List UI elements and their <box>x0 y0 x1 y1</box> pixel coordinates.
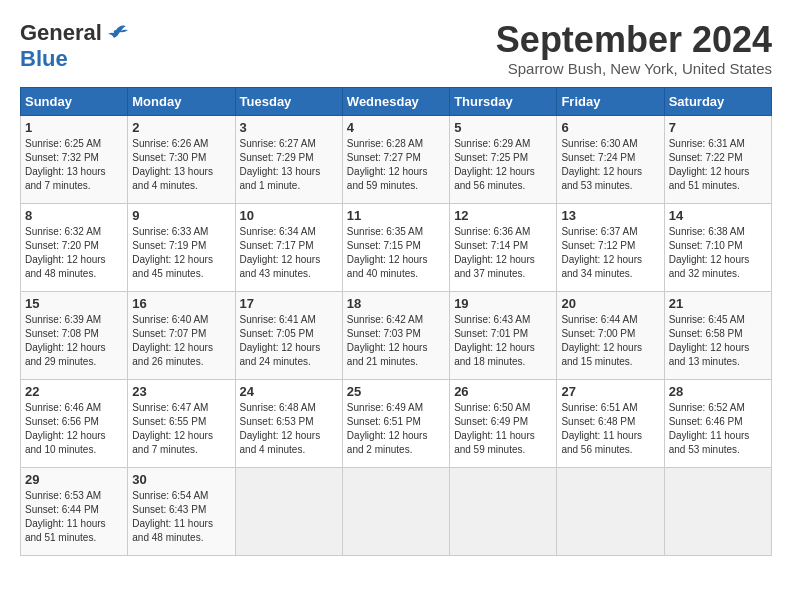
calendar-cell: 10 Sunrise: 6:34 AMSunset: 7:17 PMDaylig… <box>235 203 342 291</box>
day-info: Sunrise: 6:48 AMSunset: 6:53 PMDaylight:… <box>240 402 321 455</box>
day-info: Sunrise: 6:41 AMSunset: 7:05 PMDaylight:… <box>240 314 321 367</box>
col-saturday: Saturday <box>664 87 771 115</box>
logo-bird-icon <box>106 24 128 42</box>
day-number: 6 <box>561 120 659 135</box>
calendar-cell: 7 Sunrise: 6:31 AMSunset: 7:22 PMDayligh… <box>664 115 771 203</box>
day-number: 9 <box>132 208 230 223</box>
page-header: General Blue September 2024 Sparrow Bush… <box>20 20 772 77</box>
calendar-cell <box>664 467 771 555</box>
calendar-cell: 16 Sunrise: 6:40 AMSunset: 7:07 PMDaylig… <box>128 291 235 379</box>
day-number: 1 <box>25 120 123 135</box>
day-info: Sunrise: 6:51 AMSunset: 6:48 PMDaylight:… <box>561 402 642 455</box>
calendar-cell: 14 Sunrise: 6:38 AMSunset: 7:10 PMDaylig… <box>664 203 771 291</box>
day-number: 3 <box>240 120 338 135</box>
day-info: Sunrise: 6:38 AMSunset: 7:10 PMDaylight:… <box>669 226 750 279</box>
day-info: Sunrise: 6:37 AMSunset: 7:12 PMDaylight:… <box>561 226 642 279</box>
day-number: 7 <box>669 120 767 135</box>
day-number: 2 <box>132 120 230 135</box>
col-sunday: Sunday <box>21 87 128 115</box>
calendar-cell: 22 Sunrise: 6:46 AMSunset: 6:56 PMDaylig… <box>21 379 128 467</box>
day-info: Sunrise: 6:44 AMSunset: 7:00 PMDaylight:… <box>561 314 642 367</box>
day-info: Sunrise: 6:32 AMSunset: 7:20 PMDaylight:… <box>25 226 106 279</box>
calendar-week-row: 29 Sunrise: 6:53 AMSunset: 6:44 PMDaylig… <box>21 467 772 555</box>
location-subtitle: Sparrow Bush, New York, United States <box>496 60 772 77</box>
day-number: 27 <box>561 384 659 399</box>
calendar-cell: 13 Sunrise: 6:37 AMSunset: 7:12 PMDaylig… <box>557 203 664 291</box>
calendar-cell: 24 Sunrise: 6:48 AMSunset: 6:53 PMDaylig… <box>235 379 342 467</box>
day-number: 25 <box>347 384 445 399</box>
day-info: Sunrise: 6:34 AMSunset: 7:17 PMDaylight:… <box>240 226 321 279</box>
day-number: 5 <box>454 120 552 135</box>
day-info: Sunrise: 6:29 AMSunset: 7:25 PMDaylight:… <box>454 138 535 191</box>
day-number: 28 <box>669 384 767 399</box>
calendar-cell: 4 Sunrise: 6:28 AMSunset: 7:27 PMDayligh… <box>342 115 449 203</box>
day-info: Sunrise: 6:26 AMSunset: 7:30 PMDaylight:… <box>132 138 213 191</box>
calendar-cell: 27 Sunrise: 6:51 AMSunset: 6:48 PMDaylig… <box>557 379 664 467</box>
calendar-cell: 26 Sunrise: 6:50 AMSunset: 6:49 PMDaylig… <box>450 379 557 467</box>
calendar-cell: 29 Sunrise: 6:53 AMSunset: 6:44 PMDaylig… <box>21 467 128 555</box>
logo-text-blue: Blue <box>20 46 68 71</box>
month-title: September 2024 <box>496 20 772 60</box>
calendar-cell: 25 Sunrise: 6:49 AMSunset: 6:51 PMDaylig… <box>342 379 449 467</box>
calendar-cell: 21 Sunrise: 6:45 AMSunset: 6:58 PMDaylig… <box>664 291 771 379</box>
calendar-cell <box>342 467 449 555</box>
day-info: Sunrise: 6:31 AMSunset: 7:22 PMDaylight:… <box>669 138 750 191</box>
day-number: 30 <box>132 472 230 487</box>
day-info: Sunrise: 6:42 AMSunset: 7:03 PMDaylight:… <box>347 314 428 367</box>
day-number: 26 <box>454 384 552 399</box>
day-info: Sunrise: 6:36 AMSunset: 7:14 PMDaylight:… <box>454 226 535 279</box>
day-info: Sunrise: 6:28 AMSunset: 7:27 PMDaylight:… <box>347 138 428 191</box>
day-number: 16 <box>132 296 230 311</box>
day-number: 21 <box>669 296 767 311</box>
day-number: 23 <box>132 384 230 399</box>
day-number: 11 <box>347 208 445 223</box>
day-number: 29 <box>25 472 123 487</box>
day-number: 17 <box>240 296 338 311</box>
day-info: Sunrise: 6:53 AMSunset: 6:44 PMDaylight:… <box>25 490 106 543</box>
day-number: 12 <box>454 208 552 223</box>
calendar-cell: 15 Sunrise: 6:39 AMSunset: 7:08 PMDaylig… <box>21 291 128 379</box>
day-info: Sunrise: 6:40 AMSunset: 7:07 PMDaylight:… <box>132 314 213 367</box>
logo: General Blue <box>20 20 128 72</box>
calendar-week-row: 8 Sunrise: 6:32 AMSunset: 7:20 PMDayligh… <box>21 203 772 291</box>
col-monday: Monday <box>128 87 235 115</box>
calendar-week-row: 15 Sunrise: 6:39 AMSunset: 7:08 PMDaylig… <box>21 291 772 379</box>
day-info: Sunrise: 6:52 AMSunset: 6:46 PMDaylight:… <box>669 402 750 455</box>
calendar-cell: 1 Sunrise: 6:25 AMSunset: 7:32 PMDayligh… <box>21 115 128 203</box>
calendar-cell <box>557 467 664 555</box>
day-number: 22 <box>25 384 123 399</box>
col-wednesday: Wednesday <box>342 87 449 115</box>
day-number: 4 <box>347 120 445 135</box>
day-info: Sunrise: 6:25 AMSunset: 7:32 PMDaylight:… <box>25 138 106 191</box>
day-number: 19 <box>454 296 552 311</box>
calendar-cell: 18 Sunrise: 6:42 AMSunset: 7:03 PMDaylig… <box>342 291 449 379</box>
day-number: 14 <box>669 208 767 223</box>
calendar-cell: 2 Sunrise: 6:26 AMSunset: 7:30 PMDayligh… <box>128 115 235 203</box>
calendar-week-row: 1 Sunrise: 6:25 AMSunset: 7:32 PMDayligh… <box>21 115 772 203</box>
calendar-cell: 3 Sunrise: 6:27 AMSunset: 7:29 PMDayligh… <box>235 115 342 203</box>
day-info: Sunrise: 6:46 AMSunset: 6:56 PMDaylight:… <box>25 402 106 455</box>
calendar-cell: 5 Sunrise: 6:29 AMSunset: 7:25 PMDayligh… <box>450 115 557 203</box>
calendar-cell: 28 Sunrise: 6:52 AMSunset: 6:46 PMDaylig… <box>664 379 771 467</box>
calendar-cell: 12 Sunrise: 6:36 AMSunset: 7:14 PMDaylig… <box>450 203 557 291</box>
calendar-header-row: Sunday Monday Tuesday Wednesday Thursday… <box>21 87 772 115</box>
calendar-cell: 11 Sunrise: 6:35 AMSunset: 7:15 PMDaylig… <box>342 203 449 291</box>
logo-text-general: General <box>20 20 102 46</box>
day-info: Sunrise: 6:30 AMSunset: 7:24 PMDaylight:… <box>561 138 642 191</box>
calendar-cell: 23 Sunrise: 6:47 AMSunset: 6:55 PMDaylig… <box>128 379 235 467</box>
col-friday: Friday <box>557 87 664 115</box>
day-info: Sunrise: 6:35 AMSunset: 7:15 PMDaylight:… <box>347 226 428 279</box>
title-area: September 2024 Sparrow Bush, New York, U… <box>496 20 772 77</box>
day-info: Sunrise: 6:27 AMSunset: 7:29 PMDaylight:… <box>240 138 321 191</box>
col-thursday: Thursday <box>450 87 557 115</box>
calendar-cell: 30 Sunrise: 6:54 AMSunset: 6:43 PMDaylig… <box>128 467 235 555</box>
calendar-cell <box>450 467 557 555</box>
day-number: 18 <box>347 296 445 311</box>
calendar-cell: 19 Sunrise: 6:43 AMSunset: 7:01 PMDaylig… <box>450 291 557 379</box>
col-tuesday: Tuesday <box>235 87 342 115</box>
day-info: Sunrise: 6:33 AMSunset: 7:19 PMDaylight:… <box>132 226 213 279</box>
day-number: 15 <box>25 296 123 311</box>
day-info: Sunrise: 6:39 AMSunset: 7:08 PMDaylight:… <box>25 314 106 367</box>
day-info: Sunrise: 6:45 AMSunset: 6:58 PMDaylight:… <box>669 314 750 367</box>
calendar-cell: 8 Sunrise: 6:32 AMSunset: 7:20 PMDayligh… <box>21 203 128 291</box>
